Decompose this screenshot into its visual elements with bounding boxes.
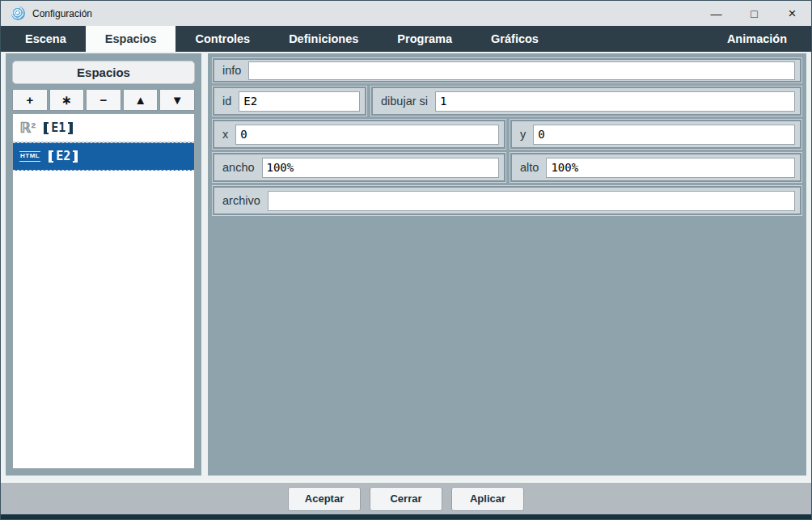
space-name-e1: E1 xyxy=(44,122,73,134)
info-field-group: info xyxy=(213,58,801,82)
id-field-group: id xyxy=(213,87,366,116)
tab-graficos[interactable]: Gráficos xyxy=(472,26,558,52)
title-bar: Configuración — □ × xyxy=(1,1,811,26)
window-controls: — □ × xyxy=(697,1,811,26)
cerrar-button[interactable]: Cerrar xyxy=(370,487,442,511)
move-space-up-button[interactable]: ▲ xyxy=(123,89,159,111)
archivo-label: archivo xyxy=(222,194,260,207)
close-button[interactable]: × xyxy=(773,1,811,26)
dialog-footer: Aceptar Cerrar Aplicar xyxy=(1,481,811,514)
spaces-list: ℝ² E1 HTML E2 xyxy=(12,113,195,469)
info-input[interactable] xyxy=(248,61,795,80)
list-item-e2[interactable]: HTML E2 xyxy=(13,142,194,171)
alto-label: alto xyxy=(520,161,539,174)
tab-programa[interactable]: Programa xyxy=(378,26,472,52)
archivo-input[interactable] xyxy=(268,191,795,211)
archivo-field-group: archivo xyxy=(213,186,801,215)
form-row-archivo: archivo xyxy=(213,186,801,215)
main-tab-bar: Escena Espacios Controles Definiciones P… xyxy=(1,26,811,52)
ancho-field-group: ancho xyxy=(213,153,505,182)
aceptar-button[interactable]: Aceptar xyxy=(288,487,361,511)
add-space-button[interactable]: + xyxy=(12,89,48,111)
bracket-left xyxy=(49,150,53,163)
content-area: Espacios + ∗ − ▲ ▼ ℝ² E1 HTML xyxy=(1,52,811,481)
aplicar-button[interactable]: Aplicar xyxy=(451,487,524,511)
space-properties-form: info id dibujar si x xyxy=(208,53,806,476)
tab-animacion[interactable]: Animación xyxy=(708,26,811,52)
alto-field-group: alto xyxy=(510,153,801,182)
spaces-panel: Espacios + ∗ − ▲ ▼ ℝ² E1 HTML xyxy=(6,53,201,476)
special-add-space-button[interactable]: ∗ xyxy=(49,89,85,111)
form-row-info: info xyxy=(213,58,801,82)
descartes-logo-icon xyxy=(11,6,25,20)
tab-controles[interactable]: Controles xyxy=(176,26,269,52)
ancho-input[interactable] xyxy=(262,158,499,178)
alto-input[interactable] xyxy=(546,158,795,178)
x-label: x xyxy=(222,128,228,141)
dibujar-si-label: dibujar si xyxy=(381,95,428,108)
y-label: y xyxy=(520,128,526,141)
y-field-group: y xyxy=(510,120,801,149)
space-name-e2: E2 xyxy=(49,150,78,163)
ancho-label: ancho xyxy=(222,161,255,174)
bracket-right xyxy=(68,122,73,134)
id-label: id xyxy=(222,95,231,108)
tab-espacios[interactable]: Espacios xyxy=(86,26,176,52)
window-title: Configuración xyxy=(32,8,92,19)
configuration-window: Configuración — □ × Escena Espacios Cont… xyxy=(0,0,812,520)
dibujar-si-input[interactable] xyxy=(435,91,795,112)
spaces-panel-title: Espacios xyxy=(12,61,195,84)
html-space-icon: HTML xyxy=(19,151,40,162)
bracket-right xyxy=(73,150,78,163)
spaces-toolbar: + ∗ − ▲ ▼ xyxy=(12,89,195,111)
form-row-xy: x y xyxy=(213,120,801,149)
y-input[interactable] xyxy=(533,125,795,145)
tab-definiciones[interactable]: Definiciones xyxy=(269,26,378,52)
move-space-down-button[interactable]: ▼ xyxy=(159,89,195,111)
minimize-button[interactable]: — xyxy=(697,1,735,26)
list-item-e1[interactable]: ℝ² E1 xyxy=(13,114,194,142)
x-input[interactable] xyxy=(235,125,499,145)
remove-space-button[interactable]: − xyxy=(86,89,121,111)
maximize-button[interactable]: □ xyxy=(735,1,773,26)
x-field-group: x xyxy=(213,120,505,149)
form-row-size: ancho alto xyxy=(213,153,801,182)
info-label: info xyxy=(222,64,241,77)
window-bottom-edge xyxy=(1,514,811,519)
r2-space-icon: ℝ² xyxy=(19,120,36,135)
bracket-left xyxy=(44,122,49,134)
form-row-id: id dibujar si xyxy=(213,87,801,116)
id-input[interactable] xyxy=(239,91,360,112)
tab-escena[interactable]: Escena xyxy=(6,26,86,52)
dibujar-si-field-group: dibujar si xyxy=(371,87,801,116)
